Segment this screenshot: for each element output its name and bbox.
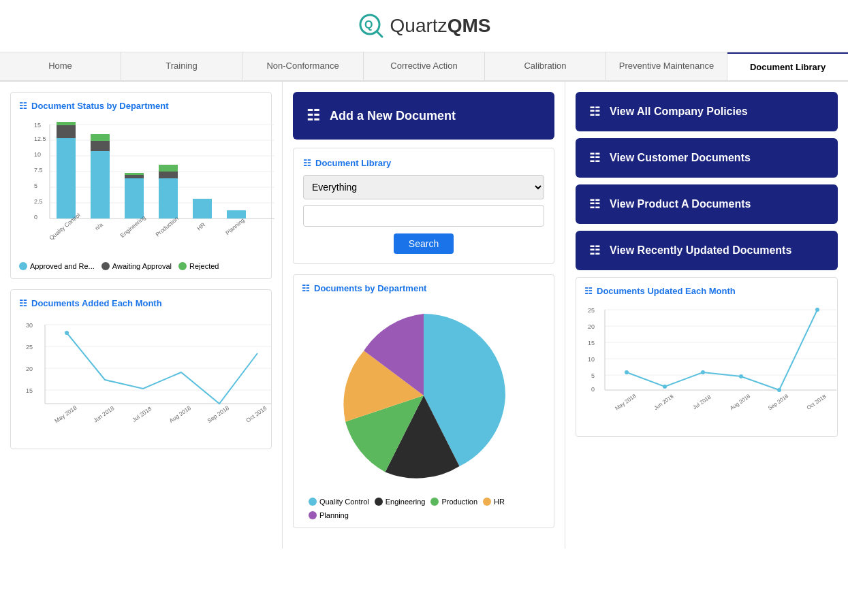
recent-label: View Recently Updated Documents	[610, 244, 791, 257]
svg-text:7.5: 7.5	[34, 167, 43, 174]
document-library-card: ☷ Document Library Everything Quality Co…	[293, 148, 554, 264]
svg-text:2.5: 2.5	[34, 198, 43, 205]
svg-text:Sep 2018: Sep 2018	[767, 393, 790, 411]
legend-dot-production	[430, 498, 439, 506]
svg-text:Jun 2018: Jun 2018	[92, 404, 116, 423]
bar-chart-card: ☷ Document Status by Department 15 12.5 …	[10, 92, 272, 279]
line-chart-added-icon: ☷	[19, 298, 27, 308]
nav-corrective[interactable]: Corrective Action	[364, 52, 485, 80]
pie-chart-container	[302, 300, 546, 491]
svg-point-73	[815, 308, 819, 312]
customer-label: View Customer Documents	[610, 152, 751, 164]
svg-text:20: 20	[26, 366, 33, 372]
legend-planning: Planning	[309, 511, 349, 519]
svg-text:15: 15	[26, 387, 33, 394]
svg-text:Jun 2018: Jun 2018	[653, 393, 676, 412]
main-content: ☷ Document Status by Department 15 12.5 …	[0, 82, 848, 549]
line-chart-updated-icon: ☷	[584, 286, 593, 296]
policies-label: View All Company Policies	[610, 106, 748, 118]
legend-dot-hr	[483, 498, 491, 506]
logo: Q QuartzQMS	[358, 12, 491, 39]
logo-icon: Q	[358, 12, 385, 39]
svg-rect-24	[125, 178, 144, 218]
nav-nonconformance[interactable]: Non-Conformance	[242, 52, 364, 80]
svg-rect-20	[57, 122, 76, 125]
legend-dot-approved	[19, 262, 27, 270]
svg-text:0: 0	[34, 214, 37, 221]
right-panel: ☷ View All Company Policies ☷ View Custo…	[565, 82, 848, 549]
line-chart-added-card: ☷ Documents Added Each Month 30 25 20 15	[10, 289, 272, 449]
view-policies-button[interactable]: ☷ View All Company Policies	[576, 92, 838, 131]
svg-text:20: 20	[588, 323, 595, 330]
line-chart-added-svg: 30 25 20 15 May 2018 Jun	[19, 315, 278, 438]
svg-rect-23	[91, 134, 110, 141]
doc-lib-search-input[interactable]	[303, 205, 544, 227]
svg-rect-21	[91, 151, 110, 218]
pie-chart-title: ☷ Documents by Department	[302, 283, 546, 293]
doc-lib-dropdown[interactable]: Everything Quality Control Engineering P…	[303, 175, 544, 199]
bar-chart-title: ☷ Document Status by Department	[19, 101, 263, 111]
svg-point-71	[739, 374, 743, 378]
line-chart-updated-card: ☷ Documents Updated Each Month 25 20 15 …	[576, 277, 838, 437]
search-button[interactable]: Search	[394, 233, 454, 254]
customer-icon: ☷	[589, 150, 600, 165]
nav-training[interactable]: Training	[121, 52, 242, 80]
nav-calibration[interactable]: Calibration	[485, 52, 606, 80]
svg-text:25: 25	[588, 307, 595, 314]
svg-text:Planning: Planning	[224, 216, 246, 236]
svg-text:15: 15	[34, 122, 41, 129]
line-chart-updated-svg: 25 20 15 10 5 0	[584, 303, 843, 425]
doc-lib-title: ☷ Document Library	[303, 158, 544, 168]
svg-text:n/a: n/a	[93, 221, 104, 231]
view-customer-docs-button[interactable]: ☷ View Customer Documents	[576, 138, 838, 178]
svg-point-48	[65, 331, 69, 335]
pie-chart-card: ☷ Documents by Department	[293, 274, 554, 528]
nav-document-library[interactable]: Document Library	[727, 52, 848, 80]
svg-text:Sep 2018: Sep 2018	[206, 404, 231, 424]
logo-label: QuartzQMS	[390, 15, 491, 37]
svg-point-72	[777, 388, 781, 392]
center-panel: ☷ Add a New Document ☷ Document Library …	[283, 82, 565, 549]
svg-rect-19	[57, 125, 76, 138]
svg-rect-31	[227, 210, 246, 218]
legend-dot-engineering	[375, 498, 383, 506]
svg-text:Jul 2018: Jul 2018	[131, 405, 153, 423]
svg-text:Jul 2018: Jul 2018	[692, 393, 712, 410]
left-panel: ☷ Document Status by Department 15 12.5 …	[0, 82, 283, 549]
bar-chart-legend: Approved and Re... Awaiting Approval Rej…	[19, 262, 263, 270]
add-doc-label: Add a New Document	[330, 109, 456, 123]
svg-rect-27	[159, 178, 178, 218]
nav-preventive[interactable]: Preventive Maintenance	[606, 52, 727, 80]
doc-lib-icon: ☷	[303, 158, 311, 168]
nav-home[interactable]: Home	[0, 52, 121, 80]
svg-rect-29	[159, 165, 178, 172]
svg-text:Oct 2018: Oct 2018	[245, 404, 268, 423]
add-document-button[interactable]: ☷ Add a New Document	[293, 92, 554, 140]
legend-engineering: Engineering	[375, 498, 426, 506]
legend-dot-rejected	[178, 262, 187, 270]
svg-text:5: 5	[34, 182, 37, 189]
legend-dot-awaiting	[101, 262, 110, 270]
svg-point-69	[663, 385, 667, 389]
svg-text:May 2018: May 2018	[614, 393, 638, 412]
pie-legend: Quality Control Engineering Production H…	[302, 498, 546, 519]
legend-hr: HR	[483, 498, 505, 506]
svg-text:25: 25	[26, 344, 33, 351]
svg-text:5: 5	[591, 372, 595, 379]
svg-text:10: 10	[588, 356, 595, 363]
header: Q QuartzQMS Home Training Non-Conformanc…	[0, 0, 848, 82]
view-recent-docs-button[interactable]: ☷ View Recently Updated Documents	[576, 231, 838, 270]
recent-icon: ☷	[589, 243, 600, 258]
line-chart-added-title: ☷ Documents Added Each Month	[19, 298, 263, 308]
legend-qc: Quality Control	[309, 498, 369, 506]
svg-text:Oct 2018: Oct 2018	[806, 393, 828, 411]
svg-text:Aug 2018: Aug 2018	[168, 404, 193, 424]
line-chart-updated-title: ☷ Documents Updated Each Month	[584, 286, 829, 296]
legend-awaiting: Awaiting Approval	[101, 262, 172, 270]
svg-text:Aug 2018: Aug 2018	[729, 393, 752, 411]
view-product-docs-button[interactable]: ☷ View Product A Documents	[576, 184, 838, 224]
svg-point-68	[625, 370, 629, 374]
svg-line-2	[377, 31, 382, 37]
legend-approved: Approved and Re...	[19, 262, 95, 270]
legend-dot-planning	[309, 511, 317, 519]
